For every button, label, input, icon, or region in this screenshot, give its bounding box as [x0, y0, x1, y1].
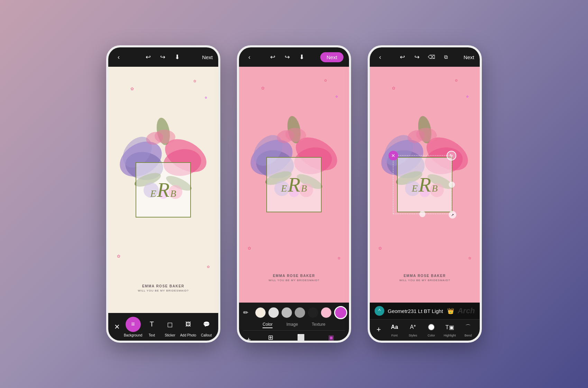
styles-tool[interactable]: A* Styles [405, 322, 421, 337]
add-photo-label: Add Photo [180, 333, 196, 337]
layout-icon: ⊞ [265, 332, 276, 343]
phone3-back-icon[interactable]: ‹ [375, 52, 385, 62]
highlight-tool[interactable]: T▣ Highlight [442, 322, 458, 337]
bend-label: Bend [465, 334, 472, 337]
plus-button[interactable]: + [243, 334, 254, 343]
phone1-download-icon[interactable]: ⬇ [173, 52, 182, 62]
monogram-center: R [157, 178, 170, 202]
phone-3: ‹ ↩ ↪ ⌫ ⧉ Next ✿ ✿ ✿ ✿ ✿ [368, 45, 482, 343]
color-tab[interactable]: Color [263, 322, 273, 328]
arch-preview-text: Arch [458, 306, 475, 315]
phone3-canvas-subtitle: WILL YOU BE MY BRIDESMAID? [399, 279, 450, 282]
background-icon-circle: ≡ [126, 317, 141, 332]
ratio-tool[interactable]: ⬜ Ratio [287, 332, 314, 343]
phone3-toolbar-center: ↩ ↪ ⌫ ⧉ [398, 52, 451, 62]
canvas-name: EMMA ROSE BAKER [138, 284, 189, 288]
phone2-monogram-center: R [288, 173, 301, 197]
phone1-bottom: ✕ ≡ Background T Text ◻ Sticker 🖼 [108, 313, 218, 341]
styles-icon: A* [407, 322, 419, 333]
phone3-undo-icon[interactable]: ↩ [398, 52, 407, 62]
phone1-close-button[interactable]: ✕ [111, 320, 123, 334]
color-image-tabs: Color Image Texture [243, 322, 345, 328]
selection-scale-handle[interactable]: ↗ [449, 211, 456, 219]
crown-icon: 👑 [447, 308, 454, 314]
scatter-flower: ✿ [117, 254, 120, 259]
text-plus-button[interactable]: + [373, 324, 384, 335]
styles-label: Styles [409, 334, 417, 337]
phone2-color-picker: ✏ Color Image Texture [239, 303, 349, 341]
phone2-canvas-bottom-text: EMMA ROSE BAKER WILL YOU BE MY BRIDESMAI… [268, 274, 319, 282]
text-label: Text [149, 333, 155, 337]
phone1-tool-add-photo[interactable]: 🖼 Add Photo [180, 317, 197, 337]
phone1-redo-icon[interactable]: ↪ [158, 52, 168, 62]
image-tab[interactable]: Image [286, 322, 298, 328]
color-tool[interactable]: Color [423, 322, 439, 337]
light-gray-swatch[interactable] [268, 307, 279, 318]
svg-point-39 [428, 324, 434, 330]
phone2-toolbar-left: ‹ [245, 52, 254, 62]
phone2-back-icon[interactable]: ‹ [245, 52, 254, 62]
callout-icon: 💬 [199, 317, 214, 332]
phones-container: ‹ ↩ ↪ ⬇ Next ✿ ✿ ✿ ✿ ✿ [106, 45, 482, 343]
selected-purple-pink-swatch[interactable] [334, 306, 347, 319]
color-bottom-tools: + ⊞ Layout ⬜ Ratio ▣ Background [243, 330, 345, 343]
scatter-flower: ✿ [392, 86, 395, 91]
black-swatch[interactable] [308, 307, 318, 318]
scatter-flower: ✿ [336, 95, 338, 98]
scatter-flower: ✿ [193, 79, 196, 83]
background-active-icon: ▣ [325, 332, 337, 343]
selection-bot-mid-handle[interactable] [419, 211, 425, 217]
phone2-toolbar: ‹ ↩ ↪ ⬇ Next [239, 47, 349, 67]
phone3-next-button[interactable]: Next [463, 54, 474, 60]
bend-tool[interactable]: ⌒ Bend [460, 322, 476, 337]
layout-tool[interactable]: ⊞ Layout [257, 332, 284, 343]
scatter-flower: ✿ [466, 95, 469, 98]
phone1-next-button[interactable]: Next [202, 54, 213, 60]
scatter-flower: ✿ [248, 246, 251, 251]
phone3-eraser-icon[interactable]: ⌫ [427, 52, 437, 62]
phone1-tool-background[interactable]: ≡ Background [124, 317, 142, 337]
ratio-icon: ⬜ [295, 332, 306, 343]
pencil-icon[interactable]: ✏ [243, 309, 248, 316]
phone2-undo-icon[interactable]: ↩ [268, 52, 278, 62]
light-pink-swatch[interactable] [321, 307, 331, 318]
text-icon: T [144, 317, 159, 332]
phone1-tool-text[interactable]: T Text [143, 317, 160, 337]
phone2-monogram-box: E R B [266, 157, 322, 212]
phone1-bottom-tools: ✕ ≡ Background T Text ◻ Sticker 🖼 [108, 313, 218, 341]
phone1-toolbar-left: ‹ [114, 52, 123, 62]
background-label: Background [124, 333, 142, 337]
cream-swatch[interactable] [255, 307, 266, 318]
phone1-back-icon[interactable]: ‹ [114, 52, 123, 62]
gray-swatch[interactable] [282, 307, 292, 318]
font-name-label: Geometr231 Lt BT Light [388, 308, 444, 314]
phone2-next-button[interactable]: Next [320, 52, 343, 62]
background-tool-active[interactable]: ▣ Background [318, 332, 345, 343]
selection-mid-handle[interactable] [449, 182, 455, 188]
scatter-flower: ✿ [207, 265, 210, 269]
phone-2: ‹ ↩ ↪ ⬇ Next ✿ ✿ ✿ ✿ ✿ [237, 45, 351, 343]
selection-delete-button[interactable]: ✕ [388, 151, 398, 160]
scatter-flower: ✿ [338, 256, 340, 260]
phone1-undo-icon[interactable]: ↩ [144, 52, 153, 62]
phone3-redo-icon[interactable]: ↪ [412, 52, 422, 62]
medium-gray-swatch[interactable] [295, 307, 305, 318]
phone2-toolbar-right: Next [320, 52, 343, 62]
phone3-layers-icon[interactable]: ⧉ [441, 52, 451, 62]
phone1-canvas: ✿ ✿ ✿ ✿ ✿ [108, 67, 218, 313]
phone2-monogram-left: E [281, 183, 287, 194]
phone3-canvas: ✿ ✿ ✿ ✿ ✿ E [370, 67, 480, 303]
texture-tab[interactable]: Texture [312, 322, 325, 328]
phone2-canvas-subtitle: WILL YOU BE MY BRIDESMAID? [268, 279, 319, 282]
phone2-redo-icon[interactable]: ↪ [283, 52, 292, 62]
scatter-flower: ✿ [261, 86, 265, 91]
selection-rotate-handle[interactable]: ↻ [447, 151, 456, 160]
color-label: Color [428, 334, 435, 337]
phone1-tool-sticker[interactable]: ◻ Sticker [161, 317, 178, 337]
phone3-canvas-name: EMMA ROSE BAKER [399, 274, 450, 278]
font-chevron-button[interactable]: ^ [375, 306, 384, 316]
font-tool[interactable]: Aa Font [386, 322, 403, 337]
font-label: Font [392, 334, 398, 337]
phone2-download-icon[interactable]: ⬇ [297, 52, 307, 62]
phone1-tool-callout[interactable]: 💬 Callout [198, 317, 215, 337]
